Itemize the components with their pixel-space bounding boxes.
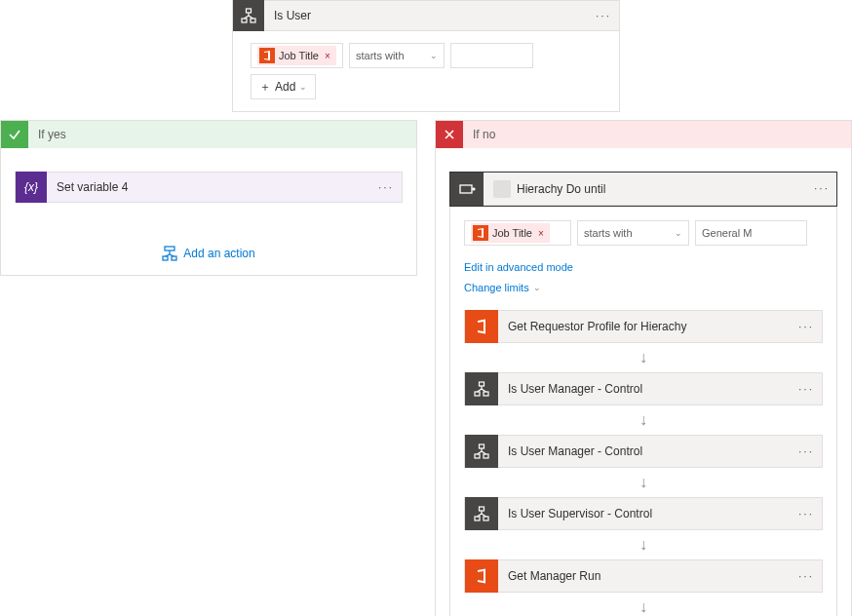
menu-icon[interactable]: ··· bbox=[588, 9, 619, 22]
do-until-title: Hierachy Do until bbox=[517, 182, 605, 196]
yes-branch: If yes {x} Set variable 4 ··· Add an act… bbox=[0, 120, 417, 276]
step-title: Is User Manager - Control bbox=[498, 444, 791, 458]
menu-icon[interactable]: ··· bbox=[791, 444, 822, 458]
add-action-icon bbox=[162, 246, 177, 261]
remove-token-icon[interactable]: × bbox=[538, 228, 544, 239]
no-label: If no bbox=[463, 128, 505, 141]
edit-advanced-link[interactable]: Edit in advanced mode bbox=[464, 261, 573, 273]
step-is-user-manager-2: Is User Manager - Control ··· bbox=[464, 435, 823, 468]
do-until-title-wrap: Hierachy Do until bbox=[484, 180, 836, 198]
add-action-label: Add an action bbox=[183, 247, 254, 260]
set-variable-title: Set variable 4 bbox=[47, 180, 370, 194]
condition-icon bbox=[465, 372, 498, 405]
yes-branch-body: {x} Set variable 4 ··· Add an action bbox=[1, 148, 416, 275]
x-icon bbox=[436, 121, 463, 148]
avatar-icon bbox=[493, 180, 511, 198]
do-until-card: Hierachy Do until bbox=[449, 172, 837, 207]
add-label: Add bbox=[275, 80, 295, 94]
top-condition-header[interactable]: Is User ··· bbox=[232, 0, 620, 31]
add-action-button[interactable]: Add an action bbox=[15, 246, 403, 261]
du-operator-select[interactable]: starts with ⌄ bbox=[577, 220, 689, 246]
menu-icon[interactable]: ··· bbox=[791, 382, 822, 396]
svg-rect-4 bbox=[163, 256, 168, 260]
condition-value-input[interactable] bbox=[450, 43, 533, 68]
svg-rect-3 bbox=[165, 247, 174, 250]
step-header[interactable]: Is User Manager - Control ··· bbox=[464, 435, 823, 468]
office-icon bbox=[465, 310, 498, 343]
step-header[interactable]: Is User Manager - Control ··· bbox=[464, 372, 823, 405]
step-is-user-manager-1: Is User Manager - Control ··· bbox=[464, 372, 823, 405]
change-limits-link[interactable]: Change limits ⌄ bbox=[464, 282, 541, 293]
svg-rect-13 bbox=[480, 507, 484, 511]
do-until-condition-row: Job Title × starts with ⌄ General M bbox=[464, 220, 823, 246]
add-row-button[interactable]: ＋ Add ⌄ bbox=[251, 74, 316, 99]
menu-icon[interactable]: ··· bbox=[370, 180, 402, 194]
job-title-token[interactable]: Job Title × bbox=[257, 46, 336, 65]
no-branch: If no Hierachy Do until ··· bbox=[435, 120, 852, 616]
operator-select[interactable]: starts with ⌄ bbox=[349, 43, 445, 68]
arrow-down-icon: ↓ bbox=[464, 343, 823, 372]
step-header[interactable]: Get Requestor Profile for Hierachy ··· bbox=[464, 310, 823, 343]
svg-rect-14 bbox=[475, 517, 480, 520]
branches: If yes {x} Set variable 4 ··· Add an act… bbox=[0, 120, 852, 616]
variable-icon: {x} bbox=[16, 172, 47, 203]
office-icon bbox=[259, 48, 275, 63]
operator-value: starts with bbox=[356, 50, 405, 61]
top-condition-body: Job Title × starts with ⌄ ＋ Add ⌄ bbox=[232, 31, 620, 112]
chevron-down-icon: ⌄ bbox=[299, 82, 307, 92]
operator-value: starts with bbox=[584, 227, 633, 239]
svg-rect-0 bbox=[247, 9, 252, 13]
loop-icon bbox=[450, 173, 484, 206]
no-branch-header: If no bbox=[436, 121, 851, 148]
condition-left-operand[interactable]: Job Title × bbox=[251, 43, 343, 68]
chevron-down-icon: ⌄ bbox=[675, 228, 682, 238]
office-icon bbox=[465, 559, 498, 593]
step-header[interactable]: Is User Supervisor - Control ··· bbox=[464, 497, 823, 530]
du-value-input[interactable]: General M bbox=[695, 220, 807, 246]
step-title: Is User Supervisor - Control bbox=[498, 507, 791, 520]
menu-icon[interactable]: ··· bbox=[791, 507, 822, 520]
du-left-operand[interactable]: Job Title × bbox=[464, 220, 571, 246]
yes-label: If yes bbox=[28, 128, 76, 141]
arrow-down-icon: ↓ bbox=[464, 468, 823, 497]
plus-icon: ＋ bbox=[259, 79, 271, 96]
set-variable-header[interactable]: {x} Set variable 4 ··· bbox=[15, 172, 403, 203]
do-until-body: Job Title × starts with ⌄ General M Edit… bbox=[449, 207, 837, 616]
menu-icon[interactable]: ··· bbox=[806, 181, 837, 195]
svg-rect-9 bbox=[484, 392, 488, 396]
chevron-down-icon: ⌄ bbox=[533, 283, 541, 292]
top-condition-title: Is User bbox=[264, 9, 588, 22]
condition-icon bbox=[465, 435, 498, 468]
remove-token-icon[interactable]: × bbox=[325, 51, 330, 61]
yes-branch-header: If yes bbox=[1, 121, 416, 148]
token-label: Job Title bbox=[279, 50, 319, 61]
svg-rect-11 bbox=[475, 454, 480, 458]
condition-icon bbox=[233, 0, 264, 31]
step-get-manager: Get Manager Run ··· bbox=[464, 559, 823, 593]
step-header[interactable]: Get Manager Run ··· bbox=[464, 559, 823, 593]
check-icon bbox=[1, 121, 28, 148]
job-title-token[interactable]: Job Title × bbox=[471, 223, 550, 243]
condition-row: Job Title × starts with ⌄ bbox=[251, 43, 601, 68]
set-variable-action: {x} Set variable 4 ··· bbox=[15, 172, 403, 203]
step-get-profile: Get Requestor Profile for Hierachy ··· bbox=[464, 310, 823, 343]
arrow-down-icon: ↓ bbox=[464, 593, 823, 616]
arrow-down-icon: ↓ bbox=[464, 405, 823, 435]
svg-rect-10 bbox=[480, 444, 484, 448]
step-title: Is User Manager - Control bbox=[498, 382, 791, 396]
step-title: Get Requestor Profile for Hierachy bbox=[498, 320, 791, 333]
svg-rect-7 bbox=[480, 382, 484, 386]
do-until-steps: Get Requestor Profile for Hierachy ··· ↓… bbox=[464, 310, 823, 616]
office-icon bbox=[473, 225, 488, 241]
condition-icon bbox=[465, 497, 498, 530]
svg-rect-2 bbox=[251, 19, 255, 22]
menu-icon[interactable]: ··· bbox=[791, 320, 822, 333]
do-until-header[interactable]: Hierachy Do until bbox=[450, 173, 836, 206]
token-label: Job Title bbox=[492, 227, 532, 239]
step-is-user-supervisor: Is User Supervisor - Control ··· bbox=[464, 497, 823, 530]
svg-rect-6 bbox=[460, 185, 472, 193]
svg-rect-12 bbox=[484, 454, 488, 458]
top-condition-card: Is User ··· Job Title × starts with ⌄ bbox=[232, 0, 620, 112]
menu-icon[interactable]: ··· bbox=[791, 569, 822, 583]
svg-rect-15 bbox=[484, 517, 488, 520]
